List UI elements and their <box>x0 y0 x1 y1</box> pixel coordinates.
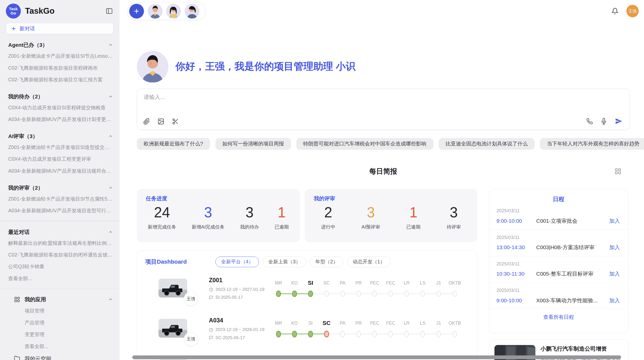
briefing-header: 每日简报 <box>137 167 630 176</box>
join-link[interactable]: 加入 <box>609 244 620 251</box>
milestone-track <box>270 288 473 299</box>
project-owner-badge: 王强 <box>184 332 198 346</box>
screenshot-button[interactable] <box>171 117 180 126</box>
section-recent-chats[interactable]: 最近对话 <box>0 227 120 237</box>
schedule-name: C005-整车工程目标评审 <box>536 270 609 277</box>
milestone-label: LS <box>415 280 431 286</box>
milestone-dot <box>340 331 345 337</box>
section-my-todo[interactable]: 我的待办（2） <box>0 91 120 102</box>
sidebar-item-cloud-space[interactable]: 我的云空间 <box>0 352 120 360</box>
greeting-block: 你好，王强，我是你的项目管理助理 小识 <box>137 51 630 82</box>
project-row[interactable]: 王强 A034 2023-12-19 ~ 2026-01-19 <box>145 314 473 349</box>
sidebar-collapse-button[interactable] <box>105 7 114 16</box>
recent-chat-item[interactable]: 公司Q3轻卡销量 <box>0 261 120 273</box>
chevron-up-icon <box>108 185 113 190</box>
tab-new-body[interactable]: 全新上装（3） <box>263 257 306 267</box>
schedule-date: 2025/03/11 <box>496 208 620 214</box>
sidebar-item[interactable]: C0X4-动力总成开发项目工程变更评审 <box>0 153 120 165</box>
image-upload-button[interactable] <box>157 117 165 126</box>
suggestion-chip[interactable]: 比亚迪全固态电池计划具体说了什么 <box>439 138 535 150</box>
tab-powertrain[interactable]: 动总开发（1） <box>347 257 391 267</box>
join-link[interactable]: 加入 <box>609 297 620 304</box>
tab-year-model[interactable]: 年型（2） <box>310 257 343 267</box>
layout-toggle-button[interactable] <box>614 167 622 176</box>
view-all-schedule-link[interactable]: 查看所有日程 <box>489 309 628 325</box>
milestone-label: OKTB <box>447 280 463 286</box>
suggestion-chip[interactable]: 特朗普可能对进口汽车增税会对中国车企造成哪些影响 <box>296 138 433 150</box>
suggestion-chip[interactable]: 当下年轻人对汽车外观有怎样的喜好趋势 <box>540 138 644 150</box>
app-logo: Task Go <box>6 4 21 19</box>
avatar[interactable] <box>148 4 163 19</box>
assistant-crew-pill <box>127 2 206 20</box>
section-my-review[interactable]: 我的评审（2） <box>0 183 120 193</box>
milestone-dot <box>420 291 425 297</box>
suggestion-chip[interactable]: 如何写一份清晰的项目周报 <box>215 138 291 150</box>
clock-icon <box>209 287 213 292</box>
section-my-apps[interactable]: 我的应用 <box>0 294 120 305</box>
avatar[interactable] <box>166 4 181 19</box>
microphone-button[interactable] <box>600 117 608 125</box>
project-row[interactable]: 王强 Z001 2023-12-19 ~ 2027-01-19 <box>145 274 473 308</box>
user-avatar[interactable]: 王强 <box>626 5 639 17</box>
schedule-name: C003|H0B-方案冻结评审 <box>536 244 609 251</box>
recent-chat-item[interactable]: C02-飞腾新能源轻客改款项目的闭环通告反馈情况 <box>0 249 120 261</box>
app-item-product[interactable]: 产品管理 <box>0 317 120 328</box>
section-agent-done[interactable]: Agent已办（3） <box>0 40 120 50</box>
sidebar-item[interactable]: A034-全新新能源MUV产品开发项目计划变更表编写 <box>0 114 120 125</box>
suggestion-chip[interactable]: 欧洲新规最近颁布了什么? <box>137 138 210 150</box>
attach-button[interactable] <box>142 117 151 126</box>
sidebar-item[interactable]: C02-飞腾新能源轻客改款项目立项汇报方案 <box>0 74 120 85</box>
tab-new-platform[interactable]: 全新平台（4） <box>215 257 259 267</box>
topbar-right: 王强 <box>611 5 639 17</box>
logo-line2: Go <box>11 11 16 16</box>
composer-left-icons <box>142 117 180 126</box>
milestone-label: PR <box>350 280 367 286</box>
sidebar-item[interactable]: A034-全新新能源MUV产品开发项目造型可行性评审 <box>0 205 120 216</box>
stat-cell: 24新增完成任务 <box>148 204 176 230</box>
app-item-project[interactable]: 项目管理 <box>0 305 120 317</box>
stat-label: 待评审 <box>447 224 461 230</box>
project-owner-badge: 王强 <box>184 292 198 306</box>
message-input[interactable] <box>143 93 601 101</box>
sidebar-nav: Agent已办（3） Z001-全新燃油皮卡产品开发项目SI节点Lesson L… <box>0 40 120 360</box>
join-link[interactable]: 加入 <box>609 217 620 224</box>
add-assistant-button[interactable] <box>129 4 144 19</box>
milestone-label-current: SC <box>318 320 334 326</box>
new-chat-button[interactable]: 新对话 <box>6 23 114 34</box>
section-title: AI评审（3） <box>8 133 38 140</box>
schedule-time: 9:00-10:00 <box>496 297 536 304</box>
milestone-dot <box>452 331 457 337</box>
sidebar-item[interactable]: Z001-全新燃油皮卡产品开发项目SI节点Lesson Learn报告 <box>0 50 120 62</box>
stat-value: 1 <box>406 204 421 222</box>
view-all-apps[interactable]: 查看全部... <box>0 340 120 352</box>
new-chat-label: 新对话 <box>20 25 35 32</box>
sidebar-item[interactable]: Z001-全新燃油轻卡产品开发项目SI节点属性5D文件评审 <box>0 193 120 205</box>
horizontal-scrollbar[interactable] <box>132 355 621 359</box>
milestone-dot <box>436 331 441 337</box>
sidebar-item[interactable]: Z001-全新燃油轻卡产品开发项目SI造型提交物评审 <box>0 141 120 153</box>
greeting-text: 你好，王强，我是你的项目管理助理 小识 <box>175 60 355 73</box>
voice-call-button[interactable] <box>586 117 594 125</box>
sidebar-item[interactable]: C0X4-动力总成开发项目SI里程碑提交物检查 <box>0 102 120 113</box>
stat-cell: 1已逾期 <box>275 204 289 230</box>
app-item-change[interactable]: 变更管理 <box>0 329 120 340</box>
apps-grid-icon <box>14 296 20 303</box>
notifications-button[interactable] <box>611 7 619 16</box>
avatar[interactable] <box>185 4 199 19</box>
section-ai-review[interactable]: AI评审（3） <box>0 131 120 141</box>
plus-icon <box>11 26 16 31</box>
milestone-dot-done <box>292 291 297 297</box>
main-area: 王强 你好，王强，我是你的项目管理助理 小识 <box>120 0 644 360</box>
stat-cells: 2进行中 3AI预评审 1已逾期 3待评审 <box>308 204 474 230</box>
sidebar-item[interactable]: A034-全新新能源MUV产品开发项目法规符合性评审 <box>0 165 120 177</box>
stat-label: 新增完成任务 <box>148 224 176 230</box>
sidebar-item[interactable]: C02-飞腾新能源轻客改款项目里程碑画布 <box>0 62 120 74</box>
milestone-label: LS <box>415 320 431 326</box>
milestone-label: J1 <box>431 280 447 286</box>
view-all-chats[interactable]: 查看全部... <box>0 273 120 284</box>
recent-chat-item[interactable]: 解释最新出台的欧盟报废车法规再生塑料比例被调至15%... <box>0 237 120 249</box>
send-button[interactable] <box>614 117 623 126</box>
milestone-dot <box>340 291 345 297</box>
join-link[interactable]: 加入 <box>609 270 620 277</box>
project-dates: 2023-12-19 ~ 2027-01-19 <box>209 287 270 292</box>
